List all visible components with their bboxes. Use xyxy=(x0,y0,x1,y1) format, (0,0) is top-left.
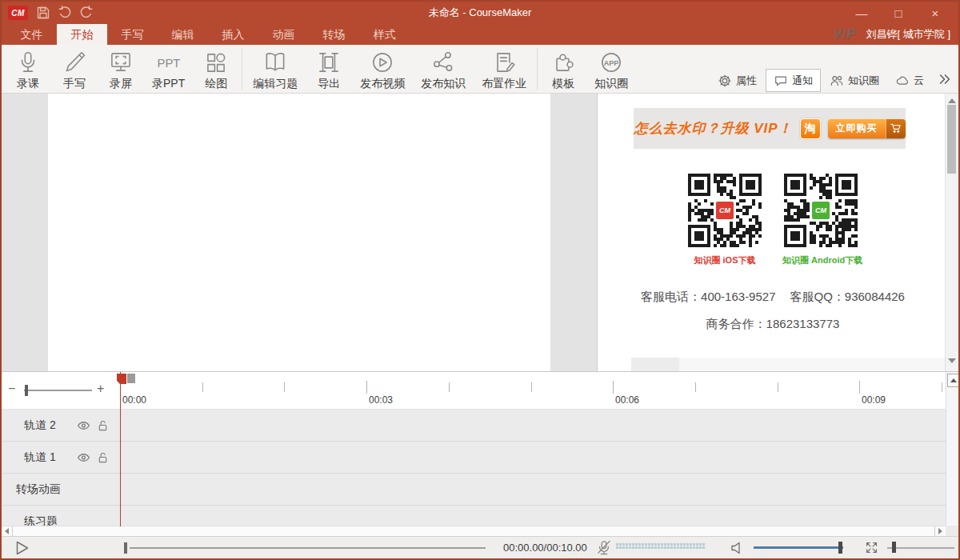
play-button[interactable] xyxy=(13,539,30,557)
zoom-slider-handle[interactable] xyxy=(25,385,28,396)
knowledge-circle-button[interactable]: APP知识圈 xyxy=(586,46,636,93)
editing-canvas[interactable] xyxy=(48,94,550,371)
business-contact: 商务合作：18623133773 xyxy=(601,317,945,332)
toolbar-overflow-icon[interactable] xyxy=(938,72,952,86)
preview-zoom-slider-handle[interactable] xyxy=(892,542,896,553)
zoom-slider-track[interactable] xyxy=(24,390,92,391)
seek-slider-handle[interactable] xyxy=(124,542,127,554)
taobao-icon[interactable]: 淘 xyxy=(800,118,821,139)
lock-open-icon[interactable] xyxy=(97,419,109,432)
maximize-button[interactable]: □ xyxy=(880,2,917,24)
track-row-exercises[interactable]: 练习题 xyxy=(2,506,946,526)
lock-open-icon[interactable] xyxy=(97,451,109,464)
tab-edit[interactable]: 编辑 xyxy=(158,24,208,45)
seek-slider-track[interactable] xyxy=(130,547,486,549)
share-icon xyxy=(428,48,458,77)
app-icon: APP xyxy=(596,48,626,77)
minimize-button[interactable]: — xyxy=(843,2,880,24)
save-icon[interactable] xyxy=(35,5,51,21)
meter-cell xyxy=(667,543,670,546)
track-row-transition-animation[interactable]: 转场动画 xyxy=(2,474,946,506)
scrollbar-thumb[interactable] xyxy=(947,105,956,174)
tab-insert[interactable]: 插入 xyxy=(208,24,258,45)
timeline-scroll-up-icon[interactable] xyxy=(947,374,959,387)
record-ppt-button[interactable]: PPT录PPT xyxy=(144,46,193,93)
meter-cell xyxy=(696,546,698,549)
handwrite-button[interactable]: 手写 xyxy=(51,46,98,93)
panel-scrollbar[interactable] xyxy=(945,94,958,371)
vip-ad-banner[interactable]: 怎么去水印？升级 VIP！ 淘 立即购买 xyxy=(634,108,906,149)
contact-info: 客服电话：400-163-9527 客服QQ：936084426 xyxy=(601,290,945,305)
notifications-button[interactable]: 通知 xyxy=(766,69,821,92)
microphone-muted-icon[interactable] xyxy=(595,539,613,557)
fullscreen-icon[interactable] xyxy=(863,539,880,556)
meter-cell xyxy=(654,543,657,546)
qr-code-row: CM知识圈 iOS下载CM知识圈 Android下载 xyxy=(601,174,945,266)
meter-cell xyxy=(651,546,654,549)
title-bar: CM 未命名 - CourseMaker — □ × xyxy=(2,2,958,24)
edit-exercise-button[interactable]: 编辑习题 xyxy=(245,46,306,93)
cloud-label: 云 xyxy=(914,74,924,88)
zoom-in-button[interactable]: + xyxy=(97,382,104,396)
export-button[interactable]: 导出 xyxy=(306,46,352,93)
publish-knowledge-button[interactable]: 发布知识 xyxy=(413,46,474,93)
svg-text:PPT: PPT xyxy=(157,57,180,70)
notifications-label: 通知 xyxy=(792,74,813,88)
draw-label: 绘图 xyxy=(205,77,227,91)
volume-slider-handle[interactable] xyxy=(838,542,842,554)
tab-animation[interactable]: 动画 xyxy=(258,24,309,45)
playhead-handle[interactable] xyxy=(127,374,135,383)
properties-button[interactable]: 属性 xyxy=(710,70,764,91)
cloud-button[interactable]: 云 xyxy=(888,70,931,91)
close-button[interactable]: × xyxy=(917,2,954,24)
film-icon xyxy=(314,48,344,77)
knowledge-circle-label: 知识圈 xyxy=(594,77,628,91)
time-ruler[interactable]: 00:0000:0300:0600:09 xyxy=(120,372,946,410)
record-screen-button[interactable]: 录屏 xyxy=(98,46,144,93)
meter-cell xyxy=(696,543,698,546)
timeline-scroll-left-icon[interactable] xyxy=(2,526,13,536)
undo-icon[interactable] xyxy=(57,5,73,21)
meter-cell xyxy=(635,546,638,549)
partial-list-row xyxy=(679,358,945,371)
publish-video-button[interactable]: 发布视频 xyxy=(352,46,413,93)
speaker-icon[interactable] xyxy=(730,540,746,556)
template-button[interactable]: 模板 xyxy=(540,46,586,93)
tab-style[interactable]: 样式 xyxy=(359,24,410,45)
shapes-icon xyxy=(201,48,231,77)
record-lesson-button[interactable]: 录课 xyxy=(5,46,51,93)
notification-panel: 怎么去水印？升级 VIP！ 淘 立即购买 CM知识圈 iOS下载CM知识圈 An… xyxy=(601,94,945,371)
scroll-down-icon[interactable] xyxy=(948,358,956,363)
meter-cell xyxy=(667,546,670,549)
buy-now-button[interactable]: 立即购买 xyxy=(828,119,906,138)
draw-button[interactable]: 绘图 xyxy=(193,46,239,93)
timeline-scroll-right-icon[interactable] xyxy=(934,526,946,536)
track-row-track-2[interactable]: 轨道 2 xyxy=(2,410,946,442)
timeline-horizontal-scrollbar[interactable] xyxy=(2,526,946,536)
tab-handwrite[interactable]: 手写 xyxy=(107,24,158,45)
timeline-vertical-scrollbar[interactable] xyxy=(946,372,958,526)
user-account-label[interactable]: 刘昌铧[ 城市学院 ] xyxy=(866,27,950,42)
meter-cell xyxy=(661,543,663,546)
tab-file[interactable]: 文件 xyxy=(6,24,57,45)
meter-cell xyxy=(635,543,638,546)
meter-cell xyxy=(674,543,676,546)
eye-icon[interactable] xyxy=(77,418,90,432)
window-controls: — □ × xyxy=(843,2,954,24)
meter-cell xyxy=(690,546,692,549)
knowledge-circle-panel-button[interactable]: 知识圈 xyxy=(822,70,886,91)
zoom-out-button[interactable]: − xyxy=(8,382,15,396)
ruler-tick xyxy=(859,381,860,394)
track-row-track-1[interactable]: 轨道 1 xyxy=(2,442,946,474)
eye-icon[interactable] xyxy=(77,450,90,464)
preview-zoom-slider-track[interactable] xyxy=(887,547,954,549)
assign-homework-button[interactable]: 布置作业 xyxy=(474,46,534,93)
app-logo-icon: CM xyxy=(8,6,28,20)
toolbar-separator xyxy=(537,48,538,90)
tab-transition[interactable]: 转场 xyxy=(309,24,359,45)
tab-home[interactable]: 开始 xyxy=(57,24,107,45)
scroll-up-icon[interactable] xyxy=(948,98,956,103)
buy-now-label: 立即购买 xyxy=(828,119,886,138)
volume-slider-track[interactable] xyxy=(754,546,843,549)
redo-icon[interactable] xyxy=(78,5,94,21)
